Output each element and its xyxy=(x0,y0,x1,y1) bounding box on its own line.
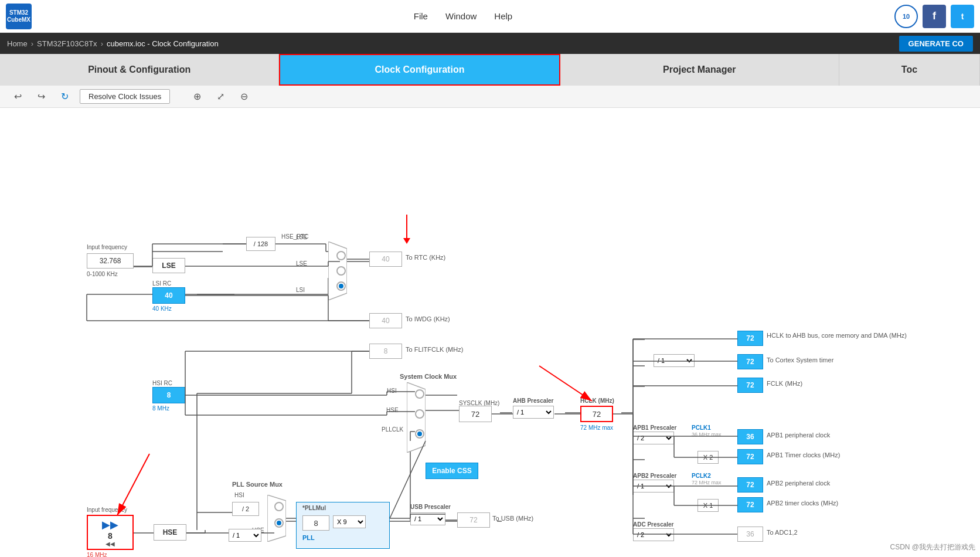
hclk-ahb-dest-label: HCLK to AHB bus, core memory and DMA (MH… xyxy=(767,332,907,339)
rtc-value-box[interactable]: 40 xyxy=(369,252,402,267)
top-right-icons: 10 f t xyxy=(894,5,974,28)
lsi-rc-unit: 40 KHz xyxy=(152,305,172,312)
apb1-prescaler-select[interactable]: / 2 xyxy=(633,432,674,444)
tab-project-manager[interactable]: Project Manager xyxy=(560,54,839,86)
lsi-rc-label: LSI RC xyxy=(152,280,171,287)
lsi-rc-value-box[interactable]: 40 xyxy=(152,287,185,304)
sysclk-hse-radio[interactable] xyxy=(415,409,424,419)
adc-dest-label: To ADC1,2 xyxy=(767,529,798,536)
div128-box: / 128 xyxy=(246,237,275,251)
usb-prescaler-label: USB Prescaler xyxy=(410,504,451,510)
svg-line-56 xyxy=(539,366,592,401)
refresh-button[interactable]: ↻ xyxy=(56,89,73,105)
lse-wire-label2: LSE xyxy=(296,260,307,267)
zoom-out-button[interactable]: ⊖ xyxy=(236,89,252,105)
sysclk-value-box[interactable]: 72 xyxy=(459,406,492,422)
adc-value-box[interactable]: 36 xyxy=(737,527,763,542)
watermark: CSDN @我先去打把游戏先 xyxy=(890,542,975,552)
pll-hsi-div2-box: / 2 xyxy=(232,502,259,516)
pll-mux-hse-radio[interactable] xyxy=(274,518,284,528)
sysclk-pll-radio[interactable] xyxy=(415,429,424,439)
pclk2-label: PCLK2 xyxy=(692,473,711,479)
clock-diagram: Input frequency 32.768 0-1000 KHz LSE / … xyxy=(0,108,980,557)
pclk1-label: PCLK1 xyxy=(692,424,711,431)
pll-mux-hsi-radio[interactable] xyxy=(274,502,284,511)
enable-css-button[interactable]: Enable CSS xyxy=(426,463,478,479)
rtc-mux-lse-radio[interactable] xyxy=(336,251,346,260)
hsi-rc-label: HSI RC xyxy=(152,380,172,386)
pll-mul-label: *PLLMul xyxy=(302,505,326,511)
flit-value-box[interactable]: 8 xyxy=(369,344,402,359)
input-freq-unit: 0-1000 KHz xyxy=(87,271,118,277)
usb-dest-label: To USB (MHz) xyxy=(492,515,533,522)
resolve-clock-button[interactable]: Resolve Clock Issues xyxy=(80,89,170,104)
hsi-rc-unit: 8 MHz xyxy=(152,405,169,412)
apb2-x1-box: X 1 xyxy=(697,499,719,512)
redo-button[interactable]: ↪ xyxy=(33,89,49,105)
adc-prescaler-select[interactable]: / 2 xyxy=(633,528,674,541)
pll-hsi-wire-label: HSI xyxy=(234,492,244,498)
adc-prescaler-label: ADC Prescaler xyxy=(633,521,673,528)
cortex-div-select[interactable]: / 1 xyxy=(654,354,695,367)
menu-file[interactable]: File xyxy=(414,11,428,21)
lse-wire-label: LSE xyxy=(296,234,307,240)
undo-button[interactable]: ↩ xyxy=(9,89,26,105)
twitter-icon[interactable]: t xyxy=(951,5,974,28)
apb2-periph-label: APB2 peripheral clock xyxy=(767,480,830,487)
pll-source-mux-label: PLL Source Mux xyxy=(232,481,283,488)
fclk-value-box[interactable]: 72 xyxy=(737,378,763,393)
usb-prescaler-select[interactable]: / 1 xyxy=(410,512,445,525)
apb2-periph-value-box[interactable]: 72 xyxy=(737,477,763,493)
input-freq2-unit: 16 MHz xyxy=(87,552,107,557)
generate-code-button[interactable]: GENERATE CO xyxy=(899,36,973,52)
menu-help[interactable]: Help xyxy=(494,11,512,21)
rtc-mux-lsi-radio[interactable] xyxy=(336,281,346,291)
iwdg-value-box[interactable]: 40 xyxy=(369,313,402,328)
tab-bar: Pinout & Configuration Clock Configurati… xyxy=(0,54,980,86)
iwdg-dest-label: To IWDG (KHz) xyxy=(406,315,450,322)
rtc-mux-lse2-radio[interactable] xyxy=(336,266,346,276)
breadcrumb-home[interactable]: Home xyxy=(7,39,28,48)
hse-mux-label: HSE xyxy=(386,407,399,413)
pll-mul-value-box[interactable]: 8 xyxy=(302,515,329,531)
ahb-prescaler-select[interactable]: / 1 xyxy=(513,406,554,419)
timer-badge: 10 xyxy=(894,5,918,28)
input-freq-value-box[interactable]: 32.768 xyxy=(87,253,134,269)
hclk-max-label: 72 MHz max xyxy=(580,424,613,431)
nav-menu: File Window Help xyxy=(55,11,871,21)
hse-input-box: ▶▶ 8 ◀◀ xyxy=(87,515,134,550)
pll-div-select[interactable]: / 1 xyxy=(229,529,261,542)
input-freq2-label: Input frequency xyxy=(87,507,127,513)
facebook-icon[interactable]: f xyxy=(923,5,946,28)
pclk1-max-label: 36 MHz max xyxy=(692,432,722,437)
zoom-in-button[interactable]: ⊕ xyxy=(189,89,205,105)
menu-window[interactable]: Window xyxy=(445,11,477,21)
hsi-rc-value-box[interactable]: 8 xyxy=(152,387,185,403)
rtc-dest-label: To RTC (KHz) xyxy=(406,254,445,261)
cortex-value-box[interactable]: 72 xyxy=(737,354,763,369)
ahb-prescaler-label: AHB Prescaler xyxy=(513,398,553,404)
apb1-timer-value-box[interactable]: 72 xyxy=(737,449,763,464)
usb-value-box[interactable]: 72 xyxy=(457,512,490,528)
pllclk-mux-label: PLLCLK xyxy=(382,426,403,433)
pclk2-max-label: 72 MHz max xyxy=(692,480,722,485)
pll-mul-select[interactable]: X 9 xyxy=(333,515,366,528)
apb2-timer-label: APB2 timer clocks (MHz) xyxy=(767,500,838,507)
tab-clock[interactable]: Clock Configuration xyxy=(279,54,560,86)
apb2-timer-value-box[interactable]: 72 xyxy=(737,497,763,512)
tab-pinout[interactable]: Pinout & Configuration xyxy=(0,54,279,86)
apb2-prescaler-select[interactable]: / 1 xyxy=(633,480,674,493)
logo-image: STM32CubeMX xyxy=(6,4,32,29)
apb1-periph-value-box[interactable]: 36 xyxy=(737,429,763,444)
hclk-value-box[interactable]: 72 xyxy=(580,406,613,422)
tab-toc[interactable]: Toc xyxy=(839,54,980,86)
breadcrumb-chip[interactable]: STM32F103C8Tx xyxy=(37,39,97,48)
sysclk-hsi-radio[interactable] xyxy=(415,389,424,399)
hsi-mux-label: HSI xyxy=(387,388,397,394)
topbar: STM32CubeMX File Window Help 10 f t xyxy=(0,0,980,33)
fclk-dest-label: FCLK (MHz) xyxy=(767,380,802,387)
hclk-ahb-value-box[interactable]: 72 xyxy=(737,331,763,346)
diagram-toolbar: ↩ ↪ ↻ Resolve Clock Issues ⊕ ⤢ ⊖ xyxy=(0,86,980,108)
fit-view-button[interactable]: ⤢ xyxy=(212,89,229,105)
red-arrow-1 xyxy=(403,215,410,244)
